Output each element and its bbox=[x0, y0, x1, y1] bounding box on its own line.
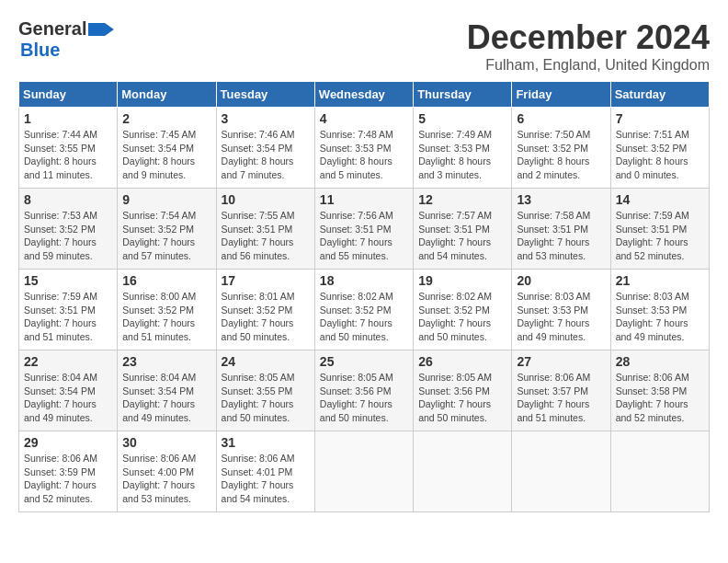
day-number: 1 bbox=[24, 111, 112, 126]
day-number: 17 bbox=[222, 273, 310, 288]
day-info: Sunrise: 8:06 AMSunset: 3:58 PMDaylight:… bbox=[616, 371, 704, 425]
calendar-cell: 13Sunrise: 7:58 AMSunset: 3:51 PMDayligh… bbox=[512, 189, 610, 270]
calendar-cell bbox=[414, 431, 512, 512]
day-info: Sunrise: 8:05 AMSunset: 3:56 PMDaylight:… bbox=[418, 371, 506, 425]
calendar-cell: 23Sunrise: 8:04 AMSunset: 3:54 PMDayligh… bbox=[118, 350, 216, 431]
day-info: Sunrise: 7:48 AMSunset: 3:53 PMDaylight:… bbox=[320, 128, 408, 182]
day-number: 18 bbox=[320, 273, 408, 288]
calendar-cell: 9Sunrise: 7:54 AMSunset: 3:52 PMDaylight… bbox=[118, 189, 216, 270]
day-info: Sunrise: 7:58 AMSunset: 3:51 PMDaylight:… bbox=[517, 209, 605, 263]
day-number: 2 bbox=[122, 111, 210, 126]
weekday-header-friday: Friday bbox=[512, 82, 610, 108]
day-info: Sunrise: 7:51 AMSunset: 3:52 PMDaylight:… bbox=[616, 128, 704, 182]
logo-general: General bbox=[18, 18, 86, 40]
day-number: 29 bbox=[24, 435, 112, 450]
calendar-cell: 30Sunrise: 8:06 AMSunset: 4:00 PMDayligh… bbox=[118, 431, 216, 512]
day-info: Sunrise: 8:01 AMSunset: 3:52 PMDaylight:… bbox=[222, 290, 310, 344]
day-info: Sunrise: 7:45 AMSunset: 3:54 PMDaylight:… bbox=[122, 128, 210, 182]
title-section: December 2024 Fulham, England, United Ki… bbox=[467, 18, 710, 74]
calendar-cell: 4Sunrise: 7:48 AMSunset: 3:53 PMDaylight… bbox=[314, 108, 413, 189]
day-number: 4 bbox=[320, 111, 408, 126]
calendar-cell: 31Sunrise: 8:06 AMSunset: 4:01 PMDayligh… bbox=[216, 431, 314, 512]
logo-blue: Blue bbox=[20, 40, 60, 61]
logo-icon bbox=[88, 21, 114, 38]
day-number: 20 bbox=[517, 273, 605, 288]
week-row-5: 29Sunrise: 8:06 AMSunset: 3:59 PMDayligh… bbox=[19, 431, 710, 512]
day-info: Sunrise: 8:05 AMSunset: 3:55 PMDaylight:… bbox=[222, 371, 310, 425]
calendar-cell: 26Sunrise: 8:05 AMSunset: 3:56 PMDayligh… bbox=[414, 350, 512, 431]
calendar-cell: 7Sunrise: 7:51 AMSunset: 3:52 PMDaylight… bbox=[610, 108, 709, 189]
month-title: December 2024 bbox=[467, 18, 710, 57]
calendar-cell: 15Sunrise: 7:59 AMSunset: 3:51 PMDayligh… bbox=[19, 270, 118, 350]
calendar-cell: 20Sunrise: 8:03 AMSunset: 3:53 PMDayligh… bbox=[512, 270, 610, 350]
calendar-cell: 8Sunrise: 7:53 AMSunset: 3:52 PMDaylight… bbox=[19, 189, 118, 270]
day-info: Sunrise: 7:50 AMSunset: 3:52 PMDaylight:… bbox=[517, 128, 605, 182]
weekday-header-wednesday: Wednesday bbox=[314, 82, 413, 108]
day-number: 5 bbox=[418, 111, 506, 126]
svg-marker-0 bbox=[88, 23, 114, 36]
day-number: 24 bbox=[222, 354, 310, 369]
weekday-header-thursday: Thursday bbox=[414, 82, 512, 108]
day-info: Sunrise: 8:05 AMSunset: 3:56 PMDaylight:… bbox=[320, 371, 408, 425]
day-number: 12 bbox=[418, 192, 506, 207]
day-number: 19 bbox=[418, 273, 506, 288]
calendar-cell: 1Sunrise: 7:44 AMSunset: 3:55 PMDaylight… bbox=[19, 108, 118, 189]
day-info: Sunrise: 7:46 AMSunset: 3:54 PMDaylight:… bbox=[222, 128, 310, 182]
weekday-header-saturday: Saturday bbox=[610, 82, 709, 108]
calendar-cell: 29Sunrise: 8:06 AMSunset: 3:59 PMDayligh… bbox=[19, 431, 118, 512]
day-number: 6 bbox=[517, 111, 605, 126]
calendar-cell: 12Sunrise: 7:57 AMSunset: 3:51 PMDayligh… bbox=[414, 189, 512, 270]
day-info: Sunrise: 8:06 AMSunset: 3:59 PMDaylight:… bbox=[24, 452, 112, 506]
week-row-1: 1Sunrise: 7:44 AMSunset: 3:55 PMDaylight… bbox=[19, 108, 710, 189]
day-info: Sunrise: 8:00 AMSunset: 3:52 PMDaylight:… bbox=[122, 290, 210, 344]
week-row-4: 22Sunrise: 8:04 AMSunset: 3:54 PMDayligh… bbox=[19, 350, 710, 431]
calendar-cell: 28Sunrise: 8:06 AMSunset: 3:58 PMDayligh… bbox=[610, 350, 709, 431]
logo: General Blue bbox=[18, 18, 114, 61]
calendar-cell: 16Sunrise: 8:00 AMSunset: 3:52 PMDayligh… bbox=[118, 270, 216, 350]
day-number: 25 bbox=[320, 354, 408, 369]
calendar-cell bbox=[512, 431, 610, 512]
day-number: 16 bbox=[122, 273, 210, 288]
day-info: Sunrise: 8:02 AMSunset: 3:52 PMDaylight:… bbox=[418, 290, 506, 344]
day-number: 27 bbox=[517, 354, 605, 369]
day-info: Sunrise: 7:56 AMSunset: 3:51 PMDaylight:… bbox=[320, 209, 408, 263]
day-number: 10 bbox=[222, 192, 310, 207]
day-number: 9 bbox=[122, 192, 210, 207]
day-number: 11 bbox=[320, 192, 408, 207]
weekday-header-sunday: Sunday bbox=[19, 82, 118, 108]
calendar-cell: 10Sunrise: 7:55 AMSunset: 3:51 PMDayligh… bbox=[216, 189, 314, 270]
day-info: Sunrise: 7:55 AMSunset: 3:51 PMDaylight:… bbox=[222, 209, 310, 263]
calendar-cell: 6Sunrise: 7:50 AMSunset: 3:52 PMDaylight… bbox=[512, 108, 610, 189]
day-info: Sunrise: 8:04 AMSunset: 3:54 PMDaylight:… bbox=[24, 371, 112, 425]
page-header: General Blue December 2024 Fulham, Engla… bbox=[18, 18, 710, 74]
calendar-cell: 22Sunrise: 8:04 AMSunset: 3:54 PMDayligh… bbox=[19, 350, 118, 431]
calendar-cell: 18Sunrise: 8:02 AMSunset: 3:52 PMDayligh… bbox=[314, 270, 413, 350]
day-info: Sunrise: 7:49 AMSunset: 3:53 PMDaylight:… bbox=[418, 128, 506, 182]
location-subtitle: Fulham, England, United Kingdom bbox=[467, 57, 710, 74]
week-row-3: 15Sunrise: 7:59 AMSunset: 3:51 PMDayligh… bbox=[19, 270, 710, 350]
calendar-cell: 5Sunrise: 7:49 AMSunset: 3:53 PMDaylight… bbox=[414, 108, 512, 189]
day-info: Sunrise: 7:54 AMSunset: 3:52 PMDaylight:… bbox=[122, 209, 210, 263]
calendar-cell: 14Sunrise: 7:59 AMSunset: 3:51 PMDayligh… bbox=[610, 189, 709, 270]
day-number: 23 bbox=[122, 354, 210, 369]
day-info: Sunrise: 8:06 AMSunset: 3:57 PMDaylight:… bbox=[517, 371, 605, 425]
day-number: 21 bbox=[616, 273, 704, 288]
day-number: 22 bbox=[24, 354, 112, 369]
day-info: Sunrise: 8:03 AMSunset: 3:53 PMDaylight:… bbox=[517, 290, 605, 344]
calendar-cell: 25Sunrise: 8:05 AMSunset: 3:56 PMDayligh… bbox=[314, 350, 413, 431]
week-row-2: 8Sunrise: 7:53 AMSunset: 3:52 PMDaylight… bbox=[19, 189, 710, 270]
calendar-cell bbox=[314, 431, 413, 512]
day-info: Sunrise: 8:03 AMSunset: 3:53 PMDaylight:… bbox=[616, 290, 704, 344]
calendar-cell bbox=[610, 431, 709, 512]
calendar-cell: 3Sunrise: 7:46 AMSunset: 3:54 PMDaylight… bbox=[216, 108, 314, 189]
calendar-table: SundayMondayTuesdayWednesdayThursdayFrid… bbox=[18, 81, 710, 512]
day-info: Sunrise: 8:04 AMSunset: 3:54 PMDaylight:… bbox=[122, 371, 210, 425]
day-number: 8 bbox=[24, 192, 112, 207]
day-info: Sunrise: 8:06 AMSunset: 4:00 PMDaylight:… bbox=[122, 452, 210, 506]
calendar-cell: 2Sunrise: 7:45 AMSunset: 3:54 PMDaylight… bbox=[118, 108, 216, 189]
day-number: 3 bbox=[222, 111, 310, 126]
day-number: 7 bbox=[616, 111, 704, 126]
weekday-header-tuesday: Tuesday bbox=[216, 82, 314, 108]
day-info: Sunrise: 8:02 AMSunset: 3:52 PMDaylight:… bbox=[320, 290, 408, 344]
day-number: 30 bbox=[122, 435, 210, 450]
